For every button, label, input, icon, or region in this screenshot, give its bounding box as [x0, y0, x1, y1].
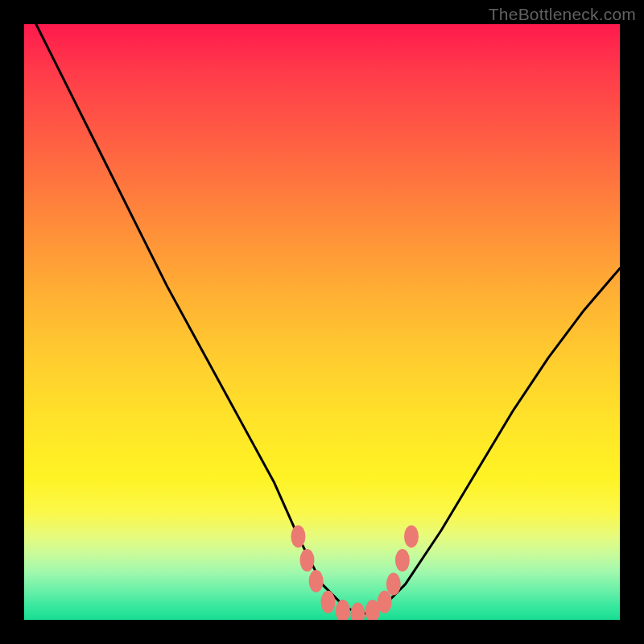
curve-marker	[350, 603, 365, 620]
plot-area	[24, 24, 620, 620]
curve-marker	[404, 525, 419, 547]
curve-marker	[378, 591, 392, 613]
bottleneck-curve	[24, 24, 620, 620]
curve-marker	[300, 549, 315, 572]
curve-marker	[309, 570, 324, 592]
curve-marker	[320, 591, 335, 613]
curve-path	[24, 24, 620, 614]
curve-marker	[336, 600, 350, 620]
watermark-text: TheBottleneck.com	[489, 5, 636, 24]
chart-frame: TheBottleneck.com	[0, 0, 644, 644]
curve-marker	[395, 549, 410, 572]
curve-marker	[386, 573, 401, 596]
curve-marker	[291, 525, 305, 547]
